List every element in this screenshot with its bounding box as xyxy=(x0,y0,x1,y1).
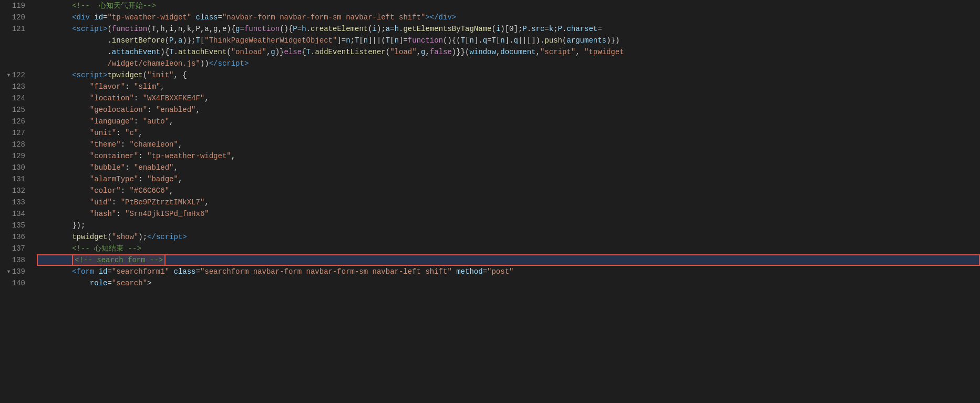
code-line-0: <!-- 心知天气开始--> xyxy=(37,0,980,12)
code-line-19: }); xyxy=(37,220,980,231)
line-number-121: 121 xyxy=(0,23,25,35)
code-line-7: "flavor": "slim", xyxy=(37,81,980,92)
code-line-17: "uid": "PtBe9PZtrztIMkXL7", xyxy=(37,197,980,208)
line-number-133: 133 xyxy=(0,197,25,208)
line-number-120: 120 xyxy=(0,12,25,23)
line-number-cont xyxy=(0,58,25,69)
line-number-cont xyxy=(0,46,25,58)
line-number-125: 125 xyxy=(0,104,25,116)
line-number-126: 126 xyxy=(0,116,25,127)
code-line-20: tpwidget("show");</script> xyxy=(37,231,980,243)
code-line-15: "alarmType": "badge", xyxy=(37,173,980,185)
line-numbers: 119120121 122123124125126127128129130131… xyxy=(0,0,32,403)
line-number-124: 124 xyxy=(0,92,25,104)
code-line-8: "location": "WX4FBXXFKE4F", xyxy=(37,92,980,104)
line-number-128: 128 xyxy=(0,139,25,150)
line-number-123: 123 xyxy=(0,81,25,92)
code-line-16: "color": "#C6C6C6", xyxy=(37,185,980,197)
line-number-119: 119 xyxy=(0,0,25,12)
code-line-23: <form id="searchform1" class="searchform… xyxy=(37,266,980,277)
line-number-140: 140 xyxy=(0,277,25,289)
code-line-3: .insertBefore(P,a)};T["ThinkPageWeatherW… xyxy=(37,35,980,46)
code-line-1: <div id="tp-weather-widget" class="navba… xyxy=(37,12,980,23)
line-number-122: 122 xyxy=(0,69,25,81)
code-line-18: "hash": "Srn4DjkISPd_fmHx6" xyxy=(37,208,980,220)
line-number-127: 127 xyxy=(0,127,25,139)
code-editor: 119120121 122123124125126127128129130131… xyxy=(0,0,980,403)
code-line-14: "bubble": "enabled", xyxy=(37,162,980,173)
code-line-10: "language": "auto", xyxy=(37,116,980,127)
line-number-cont xyxy=(0,35,25,46)
line-number-139: 139 xyxy=(0,266,25,277)
code-line-6: <script>tpwidget("init", { xyxy=(37,69,980,81)
line-number-132: 132 xyxy=(0,185,25,197)
code-line-13: "container": "tp-weather-widget", xyxy=(37,150,980,162)
line-number-137: 137 xyxy=(0,243,25,254)
line-number-131: 131 xyxy=(0,173,25,185)
line-number-129: 129 xyxy=(0,150,25,162)
code-line-24: role="search"> xyxy=(37,277,980,289)
line-number-135: 135 xyxy=(0,220,25,231)
line-number-134: 134 xyxy=(0,208,25,220)
code-line-22: <!-- search form --> xyxy=(37,254,980,266)
code-line-4: .attachEvent){T.attachEvent("onload",g)}… xyxy=(37,46,980,58)
line-number-138: 138 xyxy=(0,254,25,266)
code-line-2: <script>(function(T,h,i,n,k,P,a,g,e){g=f… xyxy=(37,23,980,35)
code-line-12: "theme": "chameleon", xyxy=(37,139,980,150)
code-line-9: "geolocation": "enabled", xyxy=(37,104,980,116)
code-line-11: "unit": "c", xyxy=(37,127,980,139)
code-area: <!-- 心知天气开始--> <div id="tp-weather-widge… xyxy=(32,0,980,403)
line-number-130: 130 xyxy=(0,162,25,173)
code-line-21: <!-- 心知结束 --> xyxy=(37,243,980,254)
code-line-5: /widget/chameleon.js"))</script> xyxy=(37,58,980,69)
line-number-136: 136 xyxy=(0,231,25,243)
